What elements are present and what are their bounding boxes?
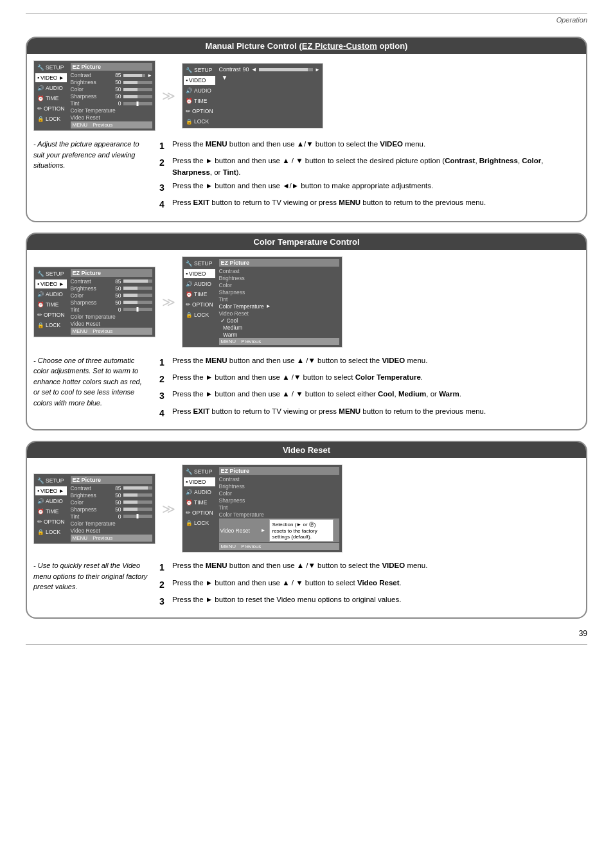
step3-3: 3 Press the ► button to reset the Video … [159,594,580,608]
section1-panels: 🔧 SETUP ▪ VIDEO ► 🔊 AUDIO [33,60,580,131]
section2-right-panel: 🔧SETUP ▪VIDEO 🔊AUDIO ⏰TIME ✏OPTION 🔒LOCK… [182,256,342,348]
step2-2: 2 Press the ► button and then use ▲ /▼ b… [159,372,580,386]
sidebar-audio: 🔊 AUDIO [35,84,67,93]
step3-1: 1 Press the MENU button and then use ▲ /… [159,560,580,574]
step1-4-text: Press EXIT button to return to TV viewin… [172,197,580,208]
contrast-90-label: Contrast [219,66,241,73]
step2-1: 1 Press the MENU button and then use ▲ /… [159,355,580,369]
s2r-tint: Tint [219,296,339,303]
s3r-contrast: Contrast [219,476,339,483]
option-label: OPTION [44,105,65,112]
menu-main-s3l: EZ Picture Contrast85 Brightness50 Color… [68,474,155,544]
menu-bottom: MENU Previous [71,121,152,128]
tint-value: 0 [111,100,121,107]
s2-tint: Tint0 [71,306,152,313]
step2-2-text: Press the ► button and then use ▲ /▼ but… [172,372,580,383]
step1-3-text: Press the ► button and then use ◄/► butt… [172,181,580,191]
s2r-brightness: Brightness [219,275,339,281]
contrast-90-bar [259,68,314,71]
section3-left-panel: 🔧SETUP ▪VIDEO► 🔊AUDIO ⏰TIME ✏OPTION 🔒LOC… [33,474,155,544]
audio-icon: 🔊 [37,85,44,91]
contrast-90-fill [259,68,308,71]
s3-setup: 🔧SETUP [35,476,67,485]
lock-icon-r1: 🔒 [186,118,193,125]
video-icon-r1: ▪ [186,77,188,84]
setup-label: SETUP [46,64,64,71]
contrast-right-inner: Contrast 90 ◄ ► ▼ [217,64,323,128]
warm-option: Warm [220,332,339,338]
section2-box: Color Temperature Control 🔧SETUP ▪VIDEO►… [26,233,587,431]
contrast-90-row: Contrast 90 ◄ ► [219,66,320,73]
s3-audio: 🔊AUDIO [35,497,67,506]
contrast-90-arrow-left: ◄ [251,66,257,73]
step1-1-num: 1 [159,139,168,153]
contrast-value: 85 [111,72,121,78]
sharpness-row: Sharpness 50 [71,93,152,100]
s2r-contrast: Contrast [219,268,339,274]
section3-panels: 🔧SETUP ▪VIDEO► 🔊AUDIO ⏰TIME ✏OPTION 🔒LOC… [33,465,580,553]
sidebar-time-r1: ⏰ TIME [184,96,215,105]
s3-videoreset: Video Reset [71,527,152,534]
step1-3-num: 3 [159,181,168,195]
step3-3-text: Press the ► button to reset the Video me… [172,594,580,605]
s3-color: Color50 [71,499,152,506]
section2-steps: 1 Press the MENU button and then use ▲ /… [159,355,580,423]
color-bar-fill [123,88,138,91]
section3-box: Video Reset 🔧SETUP ▪VIDEO► 🔊AUDIO ⏰TIME … [26,441,587,619]
contrast-arrow: ► [147,73,152,78]
menu-main-left: EZ Picture Contrast 85 ► Brightness 50 [68,61,155,130]
section2-content: 🔧SETUP ▪VIDEO► 🔊AUDIO ⏰TIME ✏OPTION 🔒LOC… [27,250,586,430]
s3-time: ⏰TIME [35,507,67,516]
s2-contrast: Contrast85 [71,278,152,285]
menu-bottom-menu: MENU [73,122,88,128]
sidebar-setup: 🔧 SETUP [35,63,67,72]
step3-1-text: Press the MENU button and then use ▲ /▼ … [172,560,580,571]
s2r-sharpness: Sharpness [219,289,339,296]
section2-instructions: - Choose one of three automatic color ad… [33,355,580,423]
sharpness-value: 50 [111,93,121,100]
menu-main-s2r: EZ Picture Contrast Brightness Color Sha… [217,257,342,347]
s2r-time: ⏰TIME [184,290,215,299]
s3r-color: Color [219,490,339,497]
s2-option: ✏OPTION [35,310,67,319]
s3r-video: ▪VIDEO [184,477,215,486]
video-label-r1: VIDEO [189,77,206,84]
option-icon: ✏ [37,105,42,112]
time-icon-r1: ⏰ [186,98,193,104]
video-reset-row: Video Reset [71,114,152,121]
down-arrow: ▼ [222,74,320,81]
sidebar-lock: 🔒 LOCK [35,114,67,123]
section1-side-note: - Adjust the picture appearance to suit … [33,139,149,215]
section2-left-panel: 🔧SETUP ▪VIDEO► 🔊AUDIO ⏰TIME ✏OPTION 🔒LOC… [33,267,155,337]
step2-3-num: 3 [159,389,168,403]
s2r-option: ✏OPTION [184,300,215,309]
sidebar-time: ⏰ TIME [35,94,67,103]
tint-bar [123,102,152,105]
tint-label: Tint [71,100,109,107]
page: Operation Manual Picture Control (EZ Pic… [0,0,613,868]
s3r-option: ✏OPTION [184,508,215,517]
color-bar [123,88,152,91]
s3r-lock: 🔒LOCK [184,518,215,527]
s2-brightness: Brightness50 [71,285,152,292]
s2r-ez-header: EZ Picture [219,259,339,267]
section-label: Operation [26,16,587,24]
s2-colortemp: Color Temperature [71,314,152,320]
video-reset-label: Video Reset [71,114,109,121]
contrast-bar [123,74,145,77]
menu-main-s3r: EZ Picture Contrast Brightness Color Sha… [217,465,342,552]
s2r-lock: 🔒LOCK [184,310,215,319]
step1-2-num: 2 [159,155,168,170]
section2-side-note: - Choose one of three automatic color ad… [33,355,149,423]
s2-videoreset: Video Reset [71,321,152,327]
s2-audio: 🔊AUDIO [35,290,67,299]
cool-option: ✓Cool [220,317,339,324]
sidebar-setup-r1: 🔧 SETUP [184,66,215,75]
sidebar-lock-r1: 🔒 LOCK [184,117,215,126]
s2-video: ▪VIDEO► [35,279,67,288]
s2r-setup: 🔧SETUP [184,259,215,268]
s2r-colortemp-row: Color Temperature ► [219,303,339,310]
section1-steps: 1 Press the MENU button and then use ▲/▼… [159,139,580,215]
s3r-menu-bottom: MENUPrevious [219,543,339,550]
step3-2-num: 2 [159,578,168,592]
